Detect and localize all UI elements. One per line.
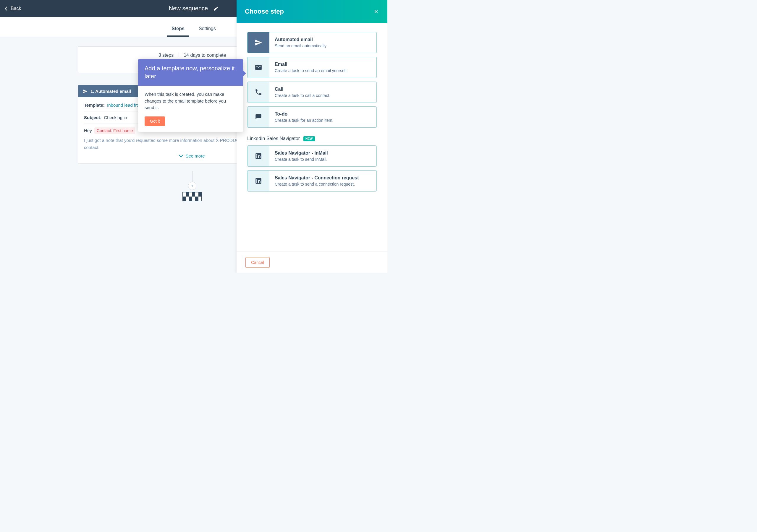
option-title: Sales Navigator - Connection request	[275, 175, 359, 181]
linkedin-option-list: Sales Navigator - InMailCreate a task to…	[247, 145, 377, 192]
option-desc: Send an email automatically.	[275, 44, 327, 48]
tooltip-popover: Add a template now, personalize it later…	[138, 59, 243, 132]
envelope-icon	[248, 57, 269, 78]
tab-steps[interactable]: Steps	[165, 21, 192, 37]
chevron-left-icon	[5, 6, 9, 10]
subject-value: Checking in	[103, 115, 127, 120]
step-option[interactable]: Sales Navigator - Connection requestCrea…	[247, 170, 377, 192]
divider-icon	[179, 53, 179, 57]
connector-line	[192, 171, 193, 182]
see-more-button[interactable]: See more	[179, 153, 205, 159]
option-desc: Create a task for an action item.	[275, 118, 333, 123]
step-option-list: Automated emailSend an email automatical…	[247, 32, 377, 128]
option-title: Sales Navigator - InMail	[275, 150, 328, 156]
drawer-title: Choose step	[245, 8, 284, 15]
page-title: New sequence	[169, 5, 208, 12]
linkedin-icon	[248, 146, 269, 166]
todo-icon	[248, 107, 269, 127]
option-desc: Create a task to send a connection reque…	[275, 182, 359, 187]
add-step-button[interactable]	[188, 182, 197, 190]
option-title: To-do	[275, 111, 333, 117]
step-option[interactable]: EmailCreate a task to send an email your…	[247, 57, 377, 78]
phone-icon	[248, 82, 269, 103]
linkedin-icon	[248, 170, 269, 191]
option-title: Automated email	[275, 37, 327, 42]
drawer-header: Choose step	[237, 0, 387, 23]
personalization-token: Contact: First name	[94, 127, 135, 134]
back-button[interactable]: Back	[0, 6, 27, 11]
got-it-button[interactable]: Got it	[145, 116, 165, 126]
edit-title-icon[interactable]	[213, 6, 219, 11]
step-header-label: 1. Automated email	[90, 89, 131, 94]
summary-duration: 14 days to complete	[184, 53, 226, 58]
option-title: Email	[275, 62, 348, 67]
step-option[interactable]: To-doCreate a task for an action item.	[247, 106, 377, 128]
step-option[interactable]: Automated emailSend an email automatical…	[247, 32, 377, 53]
close-icon[interactable]	[373, 9, 379, 15]
back-label: Back	[11, 6, 21, 11]
popover-title: Add a template now, personalize it later	[138, 59, 243, 86]
step-option[interactable]: Sales Navigator - InMailCreate a task to…	[247, 145, 377, 167]
template-label: Template:	[84, 103, 105, 107]
option-desc: Create a task to call a contact.	[275, 93, 330, 98]
body-greeting: Hey	[84, 128, 92, 133]
template-link[interactable]: Inbound lead fro	[106, 103, 139, 107]
choose-step-drawer: Choose step Automated emailSend an email…	[237, 0, 387, 273]
summary-step-count: 3 steps	[159, 53, 174, 58]
subject-label: Subject:	[84, 115, 102, 120]
paper-plane-icon	[83, 89, 87, 94]
popover-body: When this task is created, you can make …	[138, 86, 243, 116]
option-title: Call	[275, 87, 330, 92]
linkedin-section-label: LinkedIn Sales Navigator	[247, 136, 300, 141]
option-desc: Create a task to send an email yourself.	[275, 68, 348, 73]
plane-icon	[248, 32, 269, 53]
tab-settings[interactable]: Settings	[192, 21, 223, 37]
finish-flag-icon	[182, 192, 202, 201]
new-badge: NEW	[303, 136, 315, 141]
plus-icon	[190, 184, 194, 188]
step-option[interactable]: CallCreate a task to call a contact.	[247, 81, 377, 103]
option-desc: Create a task to send InMail.	[275, 157, 328, 162]
cancel-button[interactable]: Cancel	[245, 257, 270, 268]
